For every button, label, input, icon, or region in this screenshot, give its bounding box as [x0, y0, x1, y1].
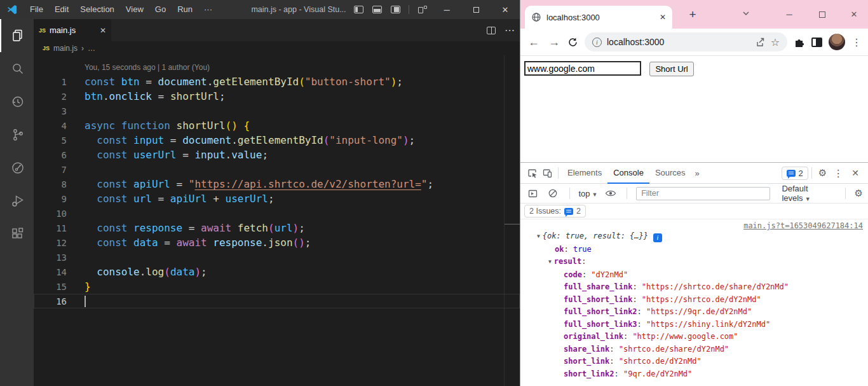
devtools-tab-console[interactable]: Console [607, 163, 649, 184]
clear-console-icon[interactable] [546, 186, 560, 201]
code-line-14[interactable]: 14 console.log(data); [34, 265, 520, 279]
console-sidebar-icon[interactable] [526, 186, 540, 201]
breadcrumb-file[interactable]: main.js [53, 44, 78, 53]
devtools-close-icon[interactable]: ✕ [846, 168, 864, 178]
expand-triangle-icon[interactable]: ▼ [537, 230, 540, 243]
sidebar-item-extensions[interactable] [0, 217, 34, 251]
line-number: 8 [34, 179, 67, 190]
sidebar-item-explorer[interactable] [0, 19, 34, 52]
divider [627, 188, 627, 199]
breadcrumb-more[interactable]: … [88, 44, 95, 53]
code-line-6[interactable]: 6 const userUrl = input.value; [34, 148, 520, 162]
editor-scrollbar[interactable] [504, 55, 505, 386]
globe-icon [531, 12, 541, 22]
issues-counter[interactable]: 2 Issues: 2 [524, 205, 586, 217]
code-line-10[interactable]: 10 [34, 206, 520, 221]
new-tab-button[interactable]: + [684, 6, 701, 23]
toggle-sidebar-icon[interactable] [354, 6, 363, 13]
log-levels-dropdown[interactable]: Default levels▼ [782, 184, 836, 203]
console-expandable-result[interactable]: ▼result: [520, 256, 868, 269]
console-source-link[interactable]: main.js?t=1653049627184:14 [743, 221, 863, 230]
devtools-tab-elements[interactable]: Elements [562, 163, 607, 184]
vscode-close-button[interactable]: ✕ [491, 0, 520, 19]
profile-avatar[interactable] [829, 34, 845, 50]
console-filter-input[interactable] [636, 187, 770, 200]
menu-item-selection[interactable]: Selection [74, 0, 119, 19]
menu-item-view[interactable]: View [120, 0, 149, 19]
menu-item-[interactable]: ··· [198, 0, 218, 19]
inspect-element-icon[interactable] [524, 165, 539, 181]
chrome-tab-close-icon[interactable]: ✕ [660, 13, 666, 22]
history-icon [10, 94, 25, 109]
device-toolbar-icon[interactable] [539, 165, 555, 181]
js-context-dropdown[interactable]: top▼ [578, 189, 597, 198]
sidebar-item-source-control[interactable] [0, 118, 34, 151]
code-line-2[interactable]: 2btn.onclick = shortUrl; [34, 89, 520, 104]
short-url-button[interactable]: Short Url [649, 62, 693, 76]
code-line-4[interactable]: 4async function shortUrl() { [34, 118, 520, 133]
console-settings-icon[interactable]: ⚙ [855, 188, 863, 199]
back-icon[interactable]: ← [527, 36, 541, 49]
sidebar-item-search[interactable] [0, 52, 34, 85]
sidebar-item-timeline[interactable] [0, 85, 34, 118]
breadcrumb[interactable]: JS main.js › … [34, 41, 520, 55]
code-line-3[interactable]: 3 [34, 104, 520, 118]
chrome-maximize-button[interactable] [808, 0, 837, 29]
bookmark-star-icon[interactable]: ☆ [771, 36, 780, 48]
issues-badge[interactable]: 2 [782, 167, 808, 180]
split-editor-icon[interactable] [487, 27, 496, 34]
more-actions-icon[interactable]: ⋯ [505, 24, 515, 36]
code-line-13[interactable]: 13 [34, 250, 520, 265]
issues-count: 2 [576, 207, 581, 216]
tab-search-chevron-icon[interactable] [742, 9, 750, 18]
code-editor[interactable]: You, 15 seconds ago | 1 author (You) 1co… [34, 55, 520, 386]
sidebar-item-run-debug[interactable] [0, 184, 34, 217]
devtools-menu-icon[interactable]: ⋮ [830, 167, 846, 179]
more-tabs-icon[interactable]: » [691, 169, 703, 178]
extensions-puzzle-icon[interactable] [794, 36, 805, 48]
menu-item-file[interactable]: File [24, 0, 49, 19]
chrome-tab[interactable]: localhost:3000 ✕ [525, 6, 672, 29]
vscode-minimize-button[interactable]: ─ [432, 0, 461, 19]
code-line-1[interactable]: 1const btn = document.getElementById("bu… [34, 74, 520, 89]
site-info-icon[interactable]: i [592, 38, 602, 47]
chrome-minimize-button[interactable]: ─ [775, 0, 804, 29]
sidebar-item-remote-explorer[interactable] [0, 151, 34, 184]
live-expression-eye-icon[interactable] [603, 186, 618, 201]
side-panel-icon[interactable] [811, 38, 822, 47]
long-url-input[interactable] [524, 61, 641, 76]
menu-item-run[interactable]: Run [172, 0, 198, 19]
console-prop-full_short_link2: full_short_link2: "https://9qr.de/dY2nMd… [520, 306, 868, 319]
expand-triangle-icon[interactable]: ▼ [548, 256, 552, 268]
code-line-12[interactable]: 12 const data = await response.json(); [34, 235, 520, 250]
console-object-preview[interactable]: ▼{ok: true, result: {…}}i [520, 230, 868, 244]
address-bar[interactable]: i localhost:3000 ☆ [585, 32, 787, 52]
devtools-tab-sources[interactable]: Sources [649, 163, 691, 184]
code-line-15[interactable]: 15} [34, 279, 520, 294]
refresh-icon[interactable] [567, 37, 578, 48]
info-icon[interactable]: i [653, 233, 662, 242]
code-line-7[interactable]: 7 [34, 162, 520, 177]
code-line-16[interactable]: 16 [34, 294, 520, 308]
run-debug-icon [10, 193, 25, 209]
share-icon[interactable] [754, 36, 766, 48]
code-line-11[interactable]: 11 const response = await fetch(url); [34, 221, 520, 235]
devtools-settings-icon[interactable]: ⚙ [815, 167, 830, 179]
tab-main-js[interactable]: JS main.js ✕ [34, 19, 111, 41]
toggle-secondary-sidebar-icon[interactable] [391, 6, 400, 13]
toggle-panel-icon[interactable] [372, 6, 382, 13]
chrome-close-button[interactable]: ✕ [839, 0, 868, 29]
vscode-maximize-button[interactable] [461, 0, 491, 19]
codelens-annotation[interactable]: You, 15 seconds ago | 1 author (You) [34, 63, 520, 74]
tab-close-icon[interactable]: ✕ [100, 26, 106, 35]
customize-layout-icon[interactable] [418, 6, 427, 13]
code-line-8[interactable]: 8 const apiUrl = "https://api.shrtco.de/… [34, 177, 520, 191]
tab-label: main.js [50, 25, 76, 35]
code-line-9[interactable]: 9 const url = apiUrl + userUrl; [34, 191, 520, 206]
menu-item-edit[interactable]: Edit [49, 0, 74, 19]
forward-icon[interactable]: → [547, 36, 561, 49]
menu-item-go[interactable]: Go [149, 0, 172, 19]
chrome-menu-icon[interactable]: ⋮ [851, 36, 862, 48]
url-text[interactable]: localhost:3000 [607, 37, 749, 47]
code-line-5[interactable]: 5 const input = document.getElementById(… [34, 133, 520, 148]
